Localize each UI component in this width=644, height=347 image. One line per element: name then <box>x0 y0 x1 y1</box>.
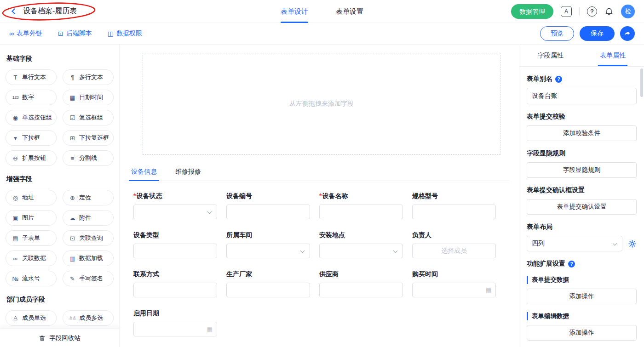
field-textarea[interactable]: ¶多行文本 <box>63 69 114 85</box>
canvas-field-device-code[interactable]: 设备编号 <box>226 192 310 219</box>
device-code-input[interactable] <box>226 205 310 219</box>
required-mark: * <box>319 192 322 199</box>
device-status-select[interactable] <box>133 205 217 219</box>
translate-icon[interactable]: A <box>561 6 572 17</box>
field-data-load[interactable]: ▥数据加载 <box>63 250 114 266</box>
field-member-single[interactable]: ♙成员单选 <box>6 310 57 326</box>
save-button[interactable]: 保存 <box>580 26 615 41</box>
form-alias-input[interactable] <box>527 88 637 104</box>
multi-dropdown-icon: ⊞ <box>69 135 76 142</box>
install-location-select[interactable] <box>319 244 403 258</box>
edit-data-add-action-button[interactable]: 添加操作 <box>527 325 637 341</box>
canvas-field-purchase-time[interactable]: 购买时间 ▦ <box>412 270 496 297</box>
canvas-field-manufacturer[interactable]: 生产厂家 <box>226 270 310 297</box>
chevron-down-icon <box>300 249 305 253</box>
panel-scrollbar[interactable] <box>640 68 643 97</box>
trash-icon <box>39 335 46 341</box>
canvas-field-workshop[interactable]: 所属车间 <box>226 231 310 258</box>
field-linked-query[interactable]: ⊡关联查询 <box>63 230 114 246</box>
field-extend-button[interactable]: ⊖扩展按钮 <box>6 150 57 166</box>
purchase-time-datepicker[interactable]: ▦ <box>412 283 496 297</box>
canvas-field-supplier[interactable]: 供应商 <box>319 270 403 297</box>
device-type-input[interactable] <box>133 244 217 258</box>
tab-field-props[interactable]: 字段属性 <box>519 45 582 66</box>
field-text[interactable]: T单行文本 <box>6 69 57 85</box>
canvas-field-contact[interactable]: 联系方式 <box>133 270 217 297</box>
field-linked-data[interactable]: ∞关联数据 <box>6 250 57 266</box>
header-actions: 数据管理 A ? 检 <box>511 4 635 19</box>
notification-bell-icon[interactable] <box>604 7 614 16</box>
enable-date-datepicker[interactable]: ▦ <box>133 322 217 336</box>
field-image[interactable]: ▣图片 <box>6 210 57 226</box>
tab-form-props[interactable]: 表单属性 <box>582 45 644 66</box>
field-select[interactable]: ▾下拉框 <box>6 130 57 146</box>
owner-member-picker[interactable]: 选择成员 <box>412 244 496 258</box>
help-icon[interactable]: ? <box>555 76 562 83</box>
canvas-field-install-location[interactable]: 安装地点 <box>319 231 403 258</box>
member-placeholder: 选择成员 <box>441 247 467 255</box>
spec-model-input[interactable] <box>412 205 496 219</box>
tab-form-settings[interactable]: 表单设置 <box>336 0 363 23</box>
field-multi-select[interactable]: ⊞下拉复选框 <box>63 130 114 146</box>
field-datetime[interactable]: ▦日期时间 <box>63 90 114 105</box>
preview-button[interactable]: 预览 <box>540 26 574 41</box>
form-external-link[interactable]: ∞ 表单外链 <box>9 29 42 38</box>
backend-script-link[interactable]: ⊡ 后端脚本 <box>58 29 92 38</box>
field-number[interactable]: 123数字 <box>6 90 57 105</box>
device-name-input[interactable] <box>319 205 403 219</box>
data-manage-button[interactable]: 数据管理 <box>511 4 553 19</box>
field-label: 负责人 <box>412 231 431 239</box>
supplier-input[interactable] <box>319 283 403 297</box>
canvas-field-owner[interactable]: 负责人 选择成员 <box>412 231 496 258</box>
field-radio-group[interactable]: ◉单选按钮组 <box>6 110 57 125</box>
help-icon[interactable]: ? <box>568 261 575 267</box>
help-icon[interactable]: ? <box>587 6 597 17</box>
field-signature[interactable]: ✎手写签名 <box>63 271 114 286</box>
back-button[interactable] <box>9 6 19 17</box>
dropzone[interactable]: 从左侧拖拽来添加字段 <box>143 53 500 155</box>
field-attachment[interactable]: ☁附件 <box>63 210 114 226</box>
properties-panel: 字段属性 表单属性 表单别名 ? 表单提交校验 添加校验条件 字段显隐规则 字段… <box>519 45 644 347</box>
field-divider[interactable]: ≡分割线 <box>63 150 114 166</box>
form-fields-grid: *设备状态 设备编号 *设备名称 规格型号 设备类型 <box>133 192 500 336</box>
workshop-select[interactable] <box>226 244 310 258</box>
tab-repair[interactable]: 维修报修 <box>173 164 203 181</box>
manufacturer-input[interactable] <box>226 283 310 297</box>
data-permission-link[interactable]: ◫ 数据权限 <box>108 29 142 38</box>
field-recycle-bin[interactable]: 字段回收站 <box>0 329 119 347</box>
canvas-field-spec-model[interactable]: 规格型号 <box>412 192 496 219</box>
share-button[interactable] <box>620 26 635 41</box>
submit-validation-label: 表单提交校验 <box>527 113 637 121</box>
canvas-field-device-name[interactable]: *设备名称 <box>319 192 403 219</box>
canvas-field-enable-date[interactable]: 启用日期 ▦ <box>133 309 217 336</box>
field-label: 单行文本 <box>22 73 46 81</box>
field-subform[interactable]: ▤子表单 <box>6 230 57 246</box>
field-checkbox-group[interactable]: ☑复选框组 <box>63 110 114 125</box>
dropdown-icon: ▾ <box>12 135 19 142</box>
main-area: 基础字段 T单行文本 ¶多行文本 123数字 ▦日期时间 ◉单选按钮组 ☑复选框… <box>0 45 644 347</box>
required-mark: * <box>133 192 136 199</box>
user-avatar[interactable]: 检 <box>621 5 635 18</box>
attachment-icon: ☁ <box>69 215 76 222</box>
subform-icon: ▤ <box>12 235 19 242</box>
field-visibility-button[interactable]: 字段显隐规则 <box>527 162 637 178</box>
form-external-link-label: 表单外链 <box>17 29 42 38</box>
field-address[interactable]: ◎地址 <box>6 190 57 205</box>
canvas-field-device-type[interactable]: 设备类型 <box>133 231 217 258</box>
submit-data-add-action-button[interactable]: 添加操作 <box>527 289 637 304</box>
field-serial-number[interactable]: №流水号 <box>6 271 57 286</box>
field-member-multi[interactable]: ♙♙成员多选 <box>63 310 114 326</box>
field-location[interactable]: ⊕定位 <box>63 190 114 205</box>
add-validation-button[interactable]: 添加校验条件 <box>527 125 637 141</box>
gear-icon[interactable] <box>628 239 637 248</box>
layout-select[interactable]: 四列 <box>527 236 622 251</box>
field-label: 图片 <box>22 214 34 222</box>
chevron-left-icon <box>12 8 17 14</box>
tab-device-info[interactable]: 设备信息 <box>129 164 159 181</box>
contact-input[interactable] <box>133 283 217 297</box>
canvas-field-device-status[interactable]: *设备状态 <box>133 192 217 219</box>
enhanced-fields-grid: ◎地址 ⊕定位 ▣图片 ☁附件 ▤子表单 ⊡关联查询 ∞关联数据 ▥数据加载 №… <box>6 190 114 286</box>
tab-form-design[interactable]: 表单设计 <box>281 0 308 23</box>
data-load-icon: ▥ <box>69 255 76 262</box>
submit-confirm-button[interactable]: 表单提交确认设置 <box>527 199 637 215</box>
